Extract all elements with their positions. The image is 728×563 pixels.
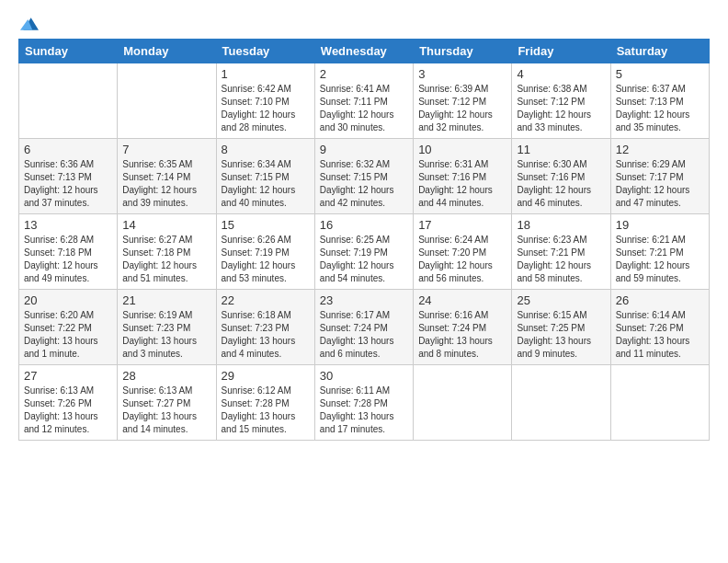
weekday-header-sunday: Sunday (19, 40, 118, 63)
day-number: 7 (122, 143, 210, 156)
day-number: 3 (418, 67, 506, 81)
day-info: Sunrise: 6:31 AM Sunset: 7:16 PM Dayligh… (418, 158, 506, 210)
day-number: 23 (320, 293, 408, 307)
calendar-cell: 12Sunrise: 6:29 AM Sunset: 7:17 PM Dayli… (610, 139, 709, 214)
weekday-header-thursday: Thursday (414, 40, 512, 63)
calendar-cell: 17Sunrise: 6:24 AM Sunset: 7:20 PM Dayli… (414, 214, 512, 290)
day-number: 6 (24, 143, 112, 156)
day-info: Sunrise: 6:17 AM Sunset: 7:24 PM Dayligh… (320, 309, 408, 361)
day-number: 9 (320, 143, 408, 156)
calendar-cell: 26Sunrise: 6:14 AM Sunset: 7:26 PM Dayli… (610, 290, 709, 365)
day-info: Sunrise: 6:16 AM Sunset: 7:24 PM Dayligh… (418, 309, 506, 361)
day-info: Sunrise: 6:13 AM Sunset: 7:27 PM Dayligh… (122, 385, 210, 436)
calendar-cell: 5Sunrise: 6:37 AM Sunset: 7:13 PM Daylig… (610, 63, 709, 139)
weekday-header-saturday: Saturday (610, 40, 709, 63)
day-number: 19 (616, 218, 704, 232)
day-info: Sunrise: 6:29 AM Sunset: 7:17 PM Dayligh… (616, 158, 704, 210)
day-info: Sunrise: 6:11 AM Sunset: 7:28 PM Dayligh… (320, 385, 408, 436)
calendar-cell (118, 63, 216, 139)
day-number: 1 (222, 67, 310, 81)
weekday-header-monday: Monday (118, 40, 216, 63)
day-info: Sunrise: 6:20 AM Sunset: 7:22 PM Dayligh… (24, 309, 112, 361)
calendar-cell: 4Sunrise: 6:38 AM Sunset: 7:12 PM Daylig… (512, 63, 610, 139)
day-info: Sunrise: 6:28 AM Sunset: 7:18 PM Dayligh… (24, 234, 112, 285)
day-number: 13 (24, 218, 112, 232)
calendar-header-row: SundayMondayTuesdayWednesdayThursdayFrid… (19, 40, 710, 63)
calendar-cell (19, 63, 118, 139)
calendar-cell: 1Sunrise: 6:42 AM Sunset: 7:10 PM Daylig… (216, 63, 314, 139)
calendar-week-row: 6Sunrise: 6:36 AM Sunset: 7:13 PM Daylig… (19, 139, 710, 214)
calendar-cell: 29Sunrise: 6:12 AM Sunset: 7:28 PM Dayli… (216, 365, 314, 441)
calendar-cell: 25Sunrise: 6:15 AM Sunset: 7:25 PM Dayli… (512, 290, 610, 365)
calendar-cell: 24Sunrise: 6:16 AM Sunset: 7:24 PM Dayli… (414, 290, 512, 365)
calendar-cell: 28Sunrise: 6:13 AM Sunset: 7:27 PM Dayli… (118, 365, 216, 441)
day-number: 22 (222, 293, 310, 307)
day-info: Sunrise: 6:36 AM Sunset: 7:13 PM Dayligh… (24, 158, 112, 210)
weekday-header-friday: Friday (512, 40, 610, 63)
calendar-cell: 7Sunrise: 6:35 AM Sunset: 7:14 PM Daylig… (118, 139, 216, 214)
calendar-cell: 19Sunrise: 6:21 AM Sunset: 7:21 PM Dayli… (610, 214, 709, 290)
calendar-cell: 3Sunrise: 6:39 AM Sunset: 7:12 PM Daylig… (414, 63, 512, 139)
calendar-cell: 9Sunrise: 6:32 AM Sunset: 7:15 PM Daylig… (314, 139, 413, 214)
day-info: Sunrise: 6:41 AM Sunset: 7:11 PM Dayligh… (320, 83, 408, 134)
day-info: Sunrise: 6:35 AM Sunset: 7:14 PM Dayligh… (122, 158, 210, 210)
day-number: 16 (320, 218, 408, 232)
day-info: Sunrise: 6:30 AM Sunset: 7:16 PM Dayligh… (517, 158, 605, 210)
calendar-cell: 30Sunrise: 6:11 AM Sunset: 7:28 PM Dayli… (314, 365, 413, 441)
day-info: Sunrise: 6:23 AM Sunset: 7:21 PM Dayligh… (517, 234, 605, 285)
calendar-cell: 21Sunrise: 6:19 AM Sunset: 7:23 PM Dayli… (118, 290, 216, 365)
calendar-cell: 6Sunrise: 6:36 AM Sunset: 7:13 PM Daylig… (19, 139, 118, 214)
day-info: Sunrise: 6:13 AM Sunset: 7:26 PM Dayligh… (24, 385, 112, 436)
header (18, 15, 710, 29)
calendar-cell (610, 365, 709, 441)
day-number: 25 (517, 293, 605, 307)
day-number: 15 (222, 218, 310, 232)
day-info: Sunrise: 6:12 AM Sunset: 7:28 PM Dayligh… (222, 385, 310, 436)
day-info: Sunrise: 6:18 AM Sunset: 7:23 PM Dayligh… (222, 309, 310, 361)
day-info: Sunrise: 6:15 AM Sunset: 7:25 PM Dayligh… (517, 309, 605, 361)
day-number: 30 (320, 369, 408, 383)
calendar-week-row: 27Sunrise: 6:13 AM Sunset: 7:26 PM Dayli… (19, 365, 710, 441)
day-info: Sunrise: 6:38 AM Sunset: 7:12 PM Dayligh… (517, 83, 605, 134)
day-number: 11 (517, 143, 605, 156)
calendar-cell (512, 365, 610, 441)
calendar-cell: 22Sunrise: 6:18 AM Sunset: 7:23 PM Dayli… (216, 290, 314, 365)
day-number: 21 (122, 293, 210, 307)
day-number: 26 (616, 293, 704, 307)
calendar-week-row: 1Sunrise: 6:42 AM Sunset: 7:10 PM Daylig… (19, 63, 710, 139)
day-info: Sunrise: 6:14 AM Sunset: 7:26 PM Dayligh… (616, 309, 704, 361)
day-info: Sunrise: 6:21 AM Sunset: 7:21 PM Dayligh… (616, 234, 704, 285)
day-info: Sunrise: 6:19 AM Sunset: 7:23 PM Dayligh… (122, 309, 210, 361)
weekday-header-tuesday: Tuesday (216, 40, 314, 63)
day-number: 17 (418, 218, 506, 232)
weekday-header-wednesday: Wednesday (314, 40, 413, 63)
calendar-week-row: 13Sunrise: 6:28 AM Sunset: 7:18 PM Dayli… (19, 214, 710, 290)
calendar-cell (414, 365, 512, 441)
day-info: Sunrise: 6:27 AM Sunset: 7:18 PM Dayligh… (122, 234, 210, 285)
calendar-cell: 10Sunrise: 6:31 AM Sunset: 7:16 PM Dayli… (414, 139, 512, 214)
day-number: 29 (222, 369, 310, 383)
calendar-cell: 20Sunrise: 6:20 AM Sunset: 7:22 PM Dayli… (19, 290, 118, 365)
day-number: 8 (222, 143, 310, 156)
logo-icon (20, 15, 39, 33)
calendar-cell: 16Sunrise: 6:25 AM Sunset: 7:19 PM Dayli… (314, 214, 413, 290)
calendar-cell: 18Sunrise: 6:23 AM Sunset: 7:21 PM Dayli… (512, 214, 610, 290)
day-number: 20 (24, 293, 112, 307)
day-info: Sunrise: 6:25 AM Sunset: 7:19 PM Dayligh… (320, 234, 408, 285)
day-number: 4 (517, 67, 605, 81)
day-number: 18 (517, 218, 605, 232)
day-number: 5 (616, 67, 704, 81)
day-info: Sunrise: 6:26 AM Sunset: 7:19 PM Dayligh… (222, 234, 310, 285)
calendar-table: SundayMondayTuesdayWednesdayThursdayFrid… (18, 39, 710, 441)
calendar-cell: 2Sunrise: 6:41 AM Sunset: 7:11 PM Daylig… (314, 63, 413, 139)
day-info: Sunrise: 6:24 AM Sunset: 7:20 PM Dayligh… (418, 234, 506, 285)
day-number: 2 (320, 67, 408, 81)
calendar-cell: 14Sunrise: 6:27 AM Sunset: 7:18 PM Dayli… (118, 214, 216, 290)
day-number: 14 (122, 218, 210, 232)
day-number: 24 (418, 293, 506, 307)
page: SundayMondayTuesdayWednesdayThursdayFrid… (0, 0, 728, 563)
day-info: Sunrise: 6:37 AM Sunset: 7:13 PM Dayligh… (616, 83, 704, 134)
day-number: 12 (616, 143, 704, 156)
day-info: Sunrise: 6:32 AM Sunset: 7:15 PM Dayligh… (320, 158, 408, 210)
calendar-cell: 15Sunrise: 6:26 AM Sunset: 7:19 PM Dayli… (216, 214, 314, 290)
